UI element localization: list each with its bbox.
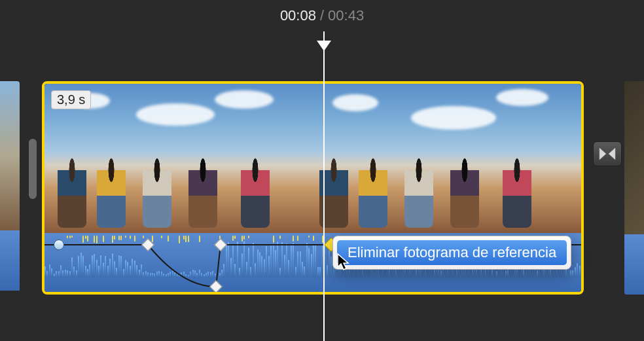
thumbnail-frame: [313, 84, 581, 233]
scrollbar-thumb[interactable]: [29, 139, 37, 199]
clip-thumbnails: [45, 84, 581, 233]
adjacent-clip-left[interactable]: [0, 81, 20, 295]
context-menu: Eliminar fotograma de referencia: [332, 236, 571, 270]
clip-duration-badge: 3,9 s: [51, 90, 91, 109]
vertical-scrollbar[interactable]: [29, 90, 37, 283]
menu-item-delete-keyframe[interactable]: Eliminar fotograma de referencia: [337, 240, 567, 265]
time-separator: /: [320, 7, 324, 24]
current-time: 00:08: [280, 7, 316, 24]
transition-icon[interactable]: [593, 141, 622, 166]
timecode-display: 00:08 / 00:43: [0, 0, 644, 31]
audio-fade-in-handle[interactable]: [54, 240, 64, 250]
timeline[interactable]: 3,9 s: [0, 31, 644, 341]
total-time: 00:43: [328, 7, 364, 24]
adjacent-clip-right[interactable]: [624, 81, 644, 295]
cursor-pointer-icon: [336, 253, 351, 271]
playhead[interactable]: [323, 31, 325, 341]
